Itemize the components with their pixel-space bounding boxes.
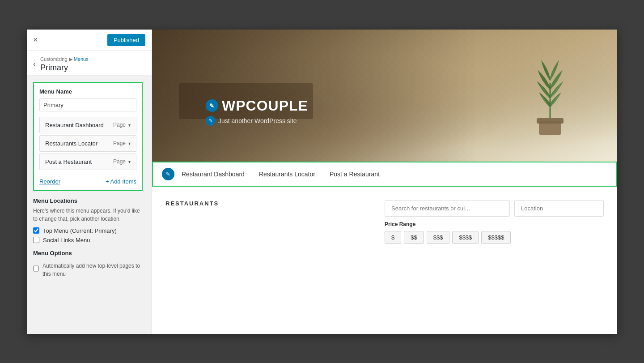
menu-item-type-1: Page bbox=[113, 140, 126, 146]
menu-locations-section: Menu Locations Here's where this menu ap… bbox=[33, 197, 143, 243]
customizer-header: × Published bbox=[27, 30, 152, 51]
tagline-text: Just another WordPress site bbox=[218, 117, 297, 124]
back-arrow-icon[interactable]: ‹ bbox=[33, 60, 36, 69]
published-button[interactable]: Published bbox=[107, 34, 145, 46]
price-btn-4[interactable]: $$$$ bbox=[452, 231, 479, 244]
tagline-edit-icon[interactable]: ✎ bbox=[206, 116, 216, 126]
menu-item-label-2: Post a Restaurant bbox=[45, 158, 92, 165]
site-name-text: WPCOUPLE bbox=[222, 98, 308, 114]
menu-options-title: Menu Options bbox=[33, 250, 143, 256]
price-buttons: $ $$ $$$ $$$$ $$$$$ bbox=[385, 231, 604, 244]
svg-rect-1 bbox=[537, 118, 564, 124]
breadcrumb-menus[interactable]: Menus bbox=[74, 56, 89, 62]
price-btn-2[interactable]: $$ bbox=[404, 231, 424, 244]
menu-locations-desc: Here's where this menu appears. If you'd… bbox=[33, 207, 143, 223]
close-button[interactable]: × bbox=[33, 35, 38, 45]
checkbox-auto-add-input[interactable] bbox=[33, 265, 39, 272]
menu-item-type-2: Page bbox=[113, 158, 126, 165]
chevron-down-icon-1: ▾ bbox=[128, 141, 131, 146]
nav-text-block: Customizing ▶ Menus Primary bbox=[40, 56, 89, 73]
hero-section: ✎ WPCOUPLE ✎ Just another WordPress site bbox=[152, 30, 617, 162]
nav-title: Primary bbox=[40, 63, 89, 73]
chevron-down-icon-2: ▾ bbox=[128, 159, 131, 164]
menu-options-section: Menu Options Automatically add new top-l… bbox=[33, 250, 143, 278]
checkbox-social-links-input[interactable] bbox=[33, 237, 39, 243]
price-btn-3[interactable]: $$$ bbox=[427, 231, 450, 244]
price-range-label: Price Range bbox=[385, 221, 604, 227]
menu-item-1[interactable]: Restaurants Locator Page ▾ bbox=[39, 135, 136, 152]
checkbox-auto-add[interactable]: Automatically add new top-level pages to… bbox=[33, 259, 143, 278]
checkbox-top-menu[interactable]: Top Menu (Current: Primary) bbox=[33, 227, 143, 234]
chevron-down-icon-0: ▾ bbox=[128, 123, 131, 128]
reorder-button[interactable]: Reorder bbox=[39, 178, 60, 185]
content-section: RESTAURANTS Price Range $ $$ $$$ $$$$ bbox=[152, 187, 617, 253]
menu-item-right-1: Page ▾ bbox=[113, 140, 131, 146]
nav-link-2[interactable]: Post a Restaurant bbox=[330, 171, 380, 178]
preview-area: ✎ WPCOUPLE ✎ Just another WordPress site… bbox=[152, 30, 617, 334]
pencil-icon-tagline: ✎ bbox=[209, 118, 212, 123]
search-restaurants-input[interactable] bbox=[385, 200, 510, 217]
site-name-edit-icon[interactable]: ✎ bbox=[206, 99, 218, 112]
hero-logo: ✎ WPCOUPLE ✎ Just another WordPress site bbox=[206, 98, 308, 126]
pencil-icon: ✎ bbox=[209, 102, 215, 109]
menu-item-label-1: Restaurants Locator bbox=[45, 140, 97, 147]
breadcrumb-separator: ▶ bbox=[69, 56, 74, 62]
nav-links: Restaurant Dashboard Restaurants Locator… bbox=[182, 171, 380, 178]
menu-item-right-2: Page ▾ bbox=[113, 158, 131, 165]
checkbox-top-menu-input[interactable] bbox=[33, 227, 39, 234]
menu-name-input[interactable] bbox=[39, 98, 136, 111]
nav-pencil-icon: ✎ bbox=[166, 171, 170, 177]
menu-locations-title: Menu Locations bbox=[33, 197, 143, 204]
checkbox-social-links[interactable]: Social Links Menu bbox=[33, 237, 143, 243]
customizer-nav: ‹ Customizing ▶ Menus Primary bbox=[27, 51, 152, 76]
add-items-button[interactable]: + Add Items bbox=[106, 178, 136, 185]
hero-site-name: ✎ WPCOUPLE bbox=[206, 98, 308, 114]
menu-item-right-0: Page ▾ bbox=[113, 122, 131, 128]
location-input[interactable] bbox=[514, 200, 604, 217]
price-btn-5[interactable]: $$$$$ bbox=[481, 231, 511, 244]
customizer-panel: × Published ‹ Customizing ▶ Menus Primar… bbox=[27, 30, 152, 334]
breadcrumb: Customizing ▶ Menus bbox=[40, 56, 89, 62]
restaurants-heading-block: RESTAURANTS bbox=[165, 200, 219, 216]
menu-actions: Reorder + Add Items bbox=[39, 175, 136, 185]
nav-link-0[interactable]: Restaurant Dashboard bbox=[182, 171, 245, 178]
menu-item-label-0: Restaurant Dashboard bbox=[45, 122, 104, 128]
search-row bbox=[385, 200, 604, 217]
checkbox-top-menu-label: Top Menu (Current: Primary) bbox=[43, 227, 117, 234]
breadcrumb-customizing: Customizing bbox=[40, 56, 68, 62]
nav-link-1[interactable]: Restaurants Locator bbox=[259, 171, 315, 178]
menu-item-2[interactable]: Post a Restaurant Page ▾ bbox=[39, 154, 136, 170]
menu-item-type-0: Page bbox=[113, 122, 126, 128]
checkbox-social-links-label: Social Links Menu bbox=[43, 237, 90, 243]
menu-name-section: Menu Name Restaurant Dashboard Page ▾ Re… bbox=[33, 82, 143, 191]
hero-tagline: ✎ Just another WordPress site bbox=[206, 116, 308, 126]
preview-nav-bar: ✎ Restaurant Dashboard Restaurants Locat… bbox=[152, 162, 617, 187]
price-btn-1[interactable]: $ bbox=[385, 231, 401, 244]
search-filters: Price Range $ $$ $$$ $$$$ $$$$$ bbox=[385, 200, 604, 244]
menu-name-label: Menu Name bbox=[39, 88, 136, 95]
menu-item-0[interactable]: Restaurant Dashboard Page ▾ bbox=[39, 117, 136, 133]
customizer-content: Menu Name Restaurant Dashboard Page ▾ Re… bbox=[27, 76, 152, 334]
nav-edit-icon[interactable]: ✎ bbox=[162, 168, 174, 180]
plant-decoration bbox=[519, 38, 581, 137]
checkbox-auto-add-label: Automatically add new top-level pages to… bbox=[42, 262, 143, 278]
restaurants-heading: RESTAURANTS bbox=[165, 200, 219, 207]
